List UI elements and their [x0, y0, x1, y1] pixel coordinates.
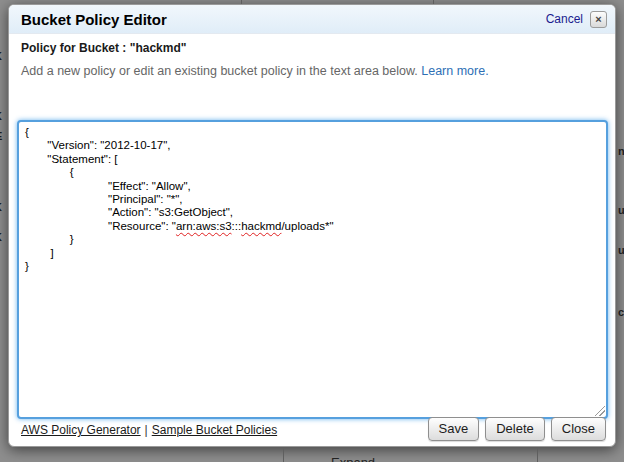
footer-buttons: Save Delete Close	[428, 417, 606, 441]
backdrop-divider	[433, 0, 434, 4]
backdrop-fragment: K	[0, 50, 2, 62]
close-dialog-button[interactable]: Close	[551, 417, 606, 441]
delete-button[interactable]: Delete	[485, 417, 545, 441]
backdrop-fragment: K	[0, 201, 2, 213]
backdrop-fragment: K	[0, 110, 2, 122]
policy-textarea[interactable]: { "Version": "2012-10-17", "Statement": …	[17, 120, 608, 419]
backdrop-divider	[241, 0, 242, 4]
cancel-link[interactable]: Cancel	[546, 12, 583, 26]
backdrop-divider	[537, 448, 538, 462]
link-separator: |	[145, 423, 148, 437]
policy-for-bucket-label: Policy for Bucket : "hackmd"	[21, 41, 603, 55]
backdrop-fragment: E	[0, 130, 2, 142]
close-button[interactable]: ×	[590, 11, 607, 28]
learn-more-link[interactable]: Learn more.	[421, 64, 488, 78]
backdrop-fragment: u	[618, 244, 624, 256]
backdrop-fragment: Expand	[331, 455, 375, 462]
description-text: Add a new policy or edit an existing buc…	[21, 64, 418, 78]
dialog-description: Add a new policy or edit an existing buc…	[21, 64, 603, 78]
header-actions: Cancel ×	[546, 11, 607, 28]
footer-links: AWS Policy Generator|Sample Bucket Polic…	[21, 423, 277, 437]
sample-bucket-policies-link[interactable]: Sample Bucket Policies	[152, 423, 277, 437]
aws-policy-generator-link[interactable]: AWS Policy Generator	[21, 423, 141, 437]
close-icon: ×	[595, 13, 601, 25]
dialog-title: Bucket Policy Editor	[21, 11, 167, 28]
backdrop-fragment: c	[618, 306, 624, 318]
dialog-header: Bucket Policy Editor Cancel ×	[9, 5, 615, 34]
backdrop-fragment: u	[618, 204, 624, 216]
page-backdrop: { "backdrop": { "edge_color": "#8e8e8e",…	[0, 0, 624, 462]
resize-grip[interactable]	[594, 405, 605, 416]
bucket-policy-editor-dialog: Bucket Policy Editor Cancel × Policy for…	[8, 4, 616, 447]
backdrop-fragment: n	[618, 145, 624, 157]
backdrop-fragment: K	[0, 231, 2, 243]
save-button[interactable]: Save	[428, 417, 480, 441]
backdrop-divider	[283, 448, 284, 462]
policy-json-text: { "Version": "2012-10-17", "Statement": …	[25, 126, 600, 273]
